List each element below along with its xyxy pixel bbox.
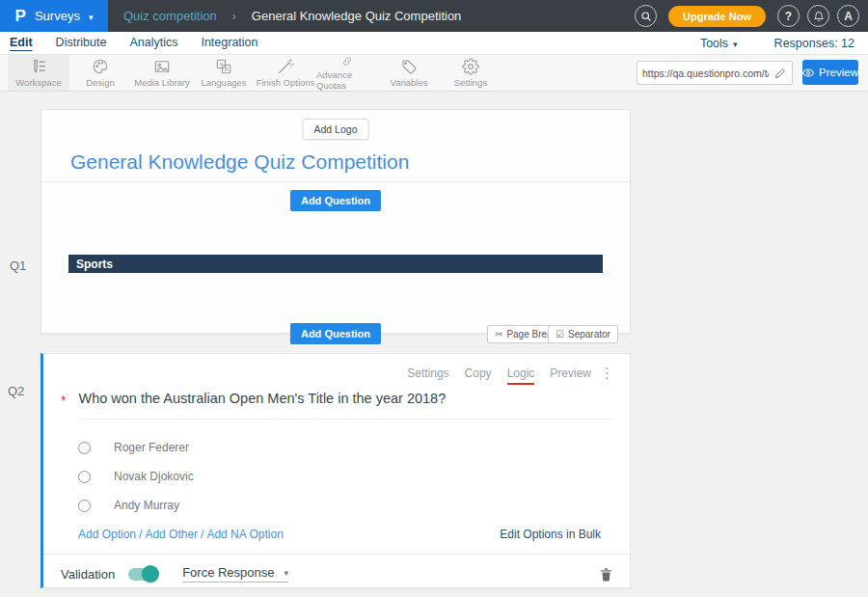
toolbar-item-workspace[interactable]: Workspace [8,55,69,91]
top-bar: P Surveys ▾ Quiz competition › General K… [0,0,868,32]
required-marker: * [61,391,66,420]
validation-label: Validation [61,567,115,582]
nav-tabs: Edit Distribute Analytics Integration [0,36,258,51]
question-number-q2: Q2 [8,384,24,398]
force-response-dropdown[interactable]: Force Response ▾ [182,565,288,583]
title-divider [41,181,630,182]
radio-icon[interactable] [78,442,91,454]
survey-header-card: Add Logo General Knowledge Quiz Competit… [41,109,631,334]
eye-icon [802,67,814,79]
questionpro-logo: P [15,8,26,24]
footer-divider [43,554,630,555]
toolbar-item-settings[interactable]: Settings [440,55,502,91]
languages-icon: xA [215,58,232,75]
add-logo-button[interactable]: Add Logo [303,119,369,140]
survey-toolbar: Workspace Design Media Library xA Langua… [0,55,868,92]
link-separator: / [139,528,142,541]
checkbox-icon: ☑ [556,329,564,339]
add-question-button-bottom[interactable]: Add Question [290,323,381,344]
edit-url-button[interactable] [769,68,792,79]
topbar-actions: Upgrade Now ? A [635,5,868,27]
link-separator: / [201,528,203,541]
survey-title[interactable]: General Knowledge Quiz Competition [70,150,409,174]
chevron-down-icon: ▾ [89,11,94,22]
survey-url-box: https://qa.questionpro.com/t/APNrFZe5 [637,61,793,85]
answer-option[interactable]: Andy Murray [78,499,179,512]
tab-distribute[interactable]: Distribute [56,36,107,51]
finish-options-icon [277,58,294,75]
app-menu-label: Surveys [35,9,80,23]
preview-button[interactable]: Preview [802,60,858,85]
question-menu-settings[interactable]: Settings [407,366,448,385]
breadcrumb-parent[interactable]: Quiz competition [123,9,217,23]
question-number-q1: Q1 [10,258,26,273]
toolbar-item-media-library[interactable]: Media Library [131,55,193,91]
survey-url[interactable]: https://qa.questionpro.com/t/APNrFZe5 [637,68,769,79]
nav-right: Tools▾ Responses: 12 [700,37,868,50]
option-links: Add Option/Add Other/Add NA Option [78,528,284,541]
tab-integration[interactable]: Integration [201,36,258,51]
chevron-down-icon: ▾ [733,40,738,49]
kebab-menu-icon[interactable]: ⋮ [600,365,614,382]
tab-analytics[interactable]: Analytics [129,36,177,51]
add-na-option-link[interactable]: Add NA Option [206,528,283,541]
section-header-sports[interactable]: Sports [68,255,603,273]
answer-option[interactable]: Roger Federer [78,441,189,454]
variables-icon [400,58,418,75]
tools-dropdown[interactable]: Tools▾ [700,37,738,50]
edit-options-in-bulk-link[interactable]: Edit Options in Bulk [500,528,601,541]
workspace-icon [30,58,47,75]
trash-icon [600,567,612,582]
search-icon [640,11,652,22]
question-text[interactable]: Who won the Australian Open Men's Title … [78,391,612,420]
question-menu-logic[interactable]: Logic [507,366,535,385]
advance-quotas-icon [339,55,356,68]
media-library-icon [153,58,171,75]
survey-canvas: Q1 Q2 Add Logo General Knowledge Quiz Co… [0,92,868,597]
responses-count[interactable]: Responses: 12 [774,37,854,50]
radio-icon[interactable] [78,471,91,483]
settings-icon [462,58,479,75]
toolbar-item-languages[interactable]: xA Languages [193,55,255,91]
toolbar-item-design[interactable]: Design [69,55,131,91]
add-other-link[interactable]: Add Other [145,528,198,541]
svg-text:x: x [220,61,223,67]
scissors-icon: ✂ [495,329,502,339]
upgrade-now-button[interactable]: Upgrade Now [668,6,766,27]
question-menu-preview[interactable]: Preview [550,366,591,385]
question-text-row: * Who won the Australian Open Men's Titl… [61,391,612,420]
breadcrumb-separator-icon: › [232,10,236,23]
toolbar-item-advance-quotas[interactable]: Advance Quotas [316,55,378,91]
question-menu-copy[interactable]: Copy [465,366,492,385]
delete-question-button[interactable] [600,567,612,582]
avatar[interactable]: A [837,5,859,27]
toolbar-item-variables[interactable]: Variables [378,55,440,91]
chevron-down-icon: ▾ [285,568,289,578]
answer-option[interactable]: Novak Djokovic [78,470,194,483]
question-card-q2: Settings Copy Logic Preview ⋮ * Who won … [41,353,631,588]
design-icon [92,58,109,75]
question-menu: Settings Copy Logic Preview [407,366,591,385]
separator-button[interactable]: ☑ Separator [548,325,618,343]
bell-icon [813,11,825,22]
validation-toggle[interactable] [128,568,157,581]
breadcrumb: Quiz competition › General Knowledge Qui… [123,9,461,23]
surveys-app-menu[interactable]: P Surveys ▾ [0,0,108,32]
question-footer: Validation Force Response ▾ [61,563,612,584]
search-button[interactable] [635,5,657,27]
radio-icon[interactable] [78,500,91,512]
add-option-link[interactable]: Add Option [78,528,136,541]
notifications-button[interactable] [807,5,829,27]
toggle-knob [142,565,159,583]
svg-text:A: A [225,67,229,72]
tab-edit[interactable]: Edit [10,36,33,51]
breadcrumb-current: General Knowledge Quiz Competition [252,9,462,23]
toolbar-item-finish-options[interactable]: Finish Options [255,55,316,91]
edit-nav: Edit Distribute Analytics Integration To… [0,32,868,55]
add-question-button-top[interactable]: Add Question [290,190,381,211]
pencil-icon [774,68,786,79]
help-button[interactable]: ? [777,5,800,27]
